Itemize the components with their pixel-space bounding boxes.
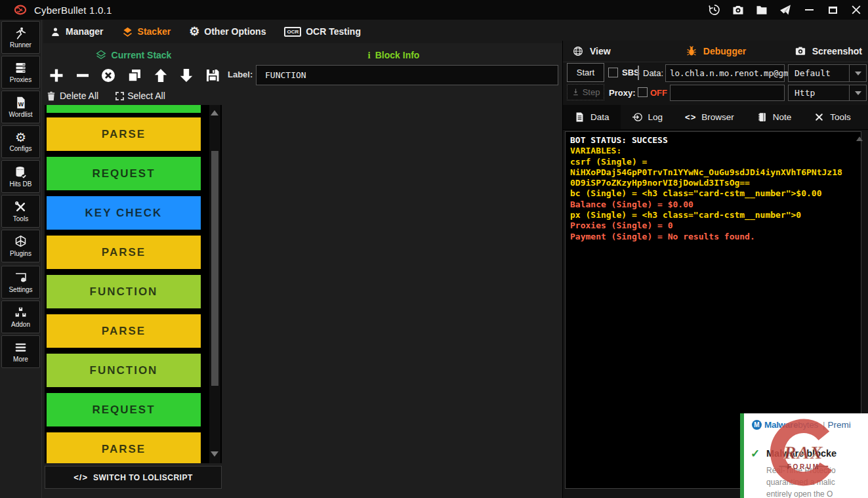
switch-to-loliscript-button[interactable]: </> SWITCH TO LOLISCRIPT bbox=[45, 466, 222, 489]
stack-block-function[interactable]: FUNCTION bbox=[47, 354, 201, 387]
sidebar-item-wordlist[interactable]: W Wordlist bbox=[1, 91, 40, 123]
nav-stacker[interactable]: Stacker bbox=[122, 26, 171, 37]
stack-scrollbar[interactable] bbox=[209, 105, 220, 463]
malwarebytes-notification[interactable]: M Malwarebytes | Premi ✓ Malware blocke … bbox=[740, 413, 868, 498]
dropdown-caret[interactable] bbox=[849, 65, 866, 81]
clone-block-icon[interactable] bbox=[127, 68, 142, 83]
move-down-icon[interactable] bbox=[178, 68, 194, 83]
runner-icon bbox=[14, 26, 28, 40]
sidebar-item-plugins[interactable]: Plugins bbox=[1, 230, 40, 262]
nav-other-options[interactable]: ⚙ Other Options bbox=[189, 26, 266, 37]
svg-text:W: W bbox=[18, 101, 24, 108]
sidebar-label: Tools bbox=[13, 215, 28, 222]
subtab-log[interactable]: Log bbox=[621, 105, 674, 129]
folder-icon[interactable] bbox=[755, 3, 768, 16]
sidebar-item-proxies[interactable]: Proxies bbox=[1, 56, 40, 89]
data-input[interactable]: lo.chla.n.mo.renot.mp@gmai bbox=[665, 64, 785, 82]
subtab-note[interactable]: Note bbox=[745, 105, 803, 129]
stack-block-parse[interactable]: PARSE bbox=[47, 432, 201, 463]
tab-view[interactable]: View bbox=[563, 41, 661, 62]
angle-brackets-icon: <> bbox=[685, 112, 696, 122]
log-line: NiHXoPDaj54GpP0TrvTn1YYwNc_OuGu9sdJDi4iy… bbox=[570, 167, 848, 178]
top-navbar: Manager Stacker ⚙ Other Options OCR OCR … bbox=[43, 20, 868, 43]
stack-block-parse[interactable]: PARSE bbox=[47, 314, 201, 348]
block-label-input[interactable]: FUNCTION bbox=[256, 65, 558, 85]
server-stack-icon bbox=[14, 61, 28, 75]
add-block-icon[interactable] bbox=[49, 68, 64, 83]
screen-gear-icon bbox=[14, 271, 28, 285]
proxy-type-value: Http bbox=[795, 88, 815, 98]
tab-debugger[interactable]: Debugger bbox=[661, 41, 770, 62]
sidebar-item-tools[interactable]: Tools bbox=[1, 195, 40, 228]
proxy-checkbox[interactable] bbox=[638, 87, 648, 97]
history-icon[interactable] bbox=[708, 3, 721, 16]
sidebar-item-runner[interactable]: Runner bbox=[1, 21, 40, 54]
stack-block-request[interactable]: REQUEST bbox=[47, 157, 201, 190]
sidebar-item-configs[interactable]: ⚙ Configs bbox=[1, 125, 40, 158]
current-stack-title: Current Stack bbox=[112, 50, 172, 60]
minimize-icon[interactable] bbox=[802, 3, 816, 16]
sbs-label: SBS bbox=[622, 68, 640, 77]
sidebar-item-addon[interactable]: Addon bbox=[1, 301, 40, 333]
log-scroll-up-arrow-icon[interactable] bbox=[856, 136, 863, 141]
select-all-button[interactable]: Select All bbox=[115, 91, 165, 101]
person-icon bbox=[50, 26, 61, 37]
sidebar-item-hits-db[interactable]: Hits DB bbox=[1, 160, 40, 193]
current-stack-header: Current Stack bbox=[43, 47, 223, 63]
nav-ocr-testing[interactable]: OCR OCR Testing bbox=[284, 26, 361, 37]
brand-bold: Malware bbox=[764, 420, 798, 430]
brand-separator: | bbox=[823, 420, 825, 430]
stack-block-keycheck[interactable]: KEY CHECK bbox=[47, 196, 201, 230]
nav-manager-label: Manager bbox=[66, 26, 104, 37]
sidebar-label: Proxies bbox=[10, 76, 31, 83]
app-logo-brain-icon bbox=[13, 4, 28, 16]
sidebar-item-settings[interactable]: Settings bbox=[1, 266, 40, 299]
step-button[interactable]: Step bbox=[567, 84, 604, 100]
save-stack-icon[interactable] bbox=[205, 68, 220, 83]
subtab-browser[interactable]: <> Browser bbox=[674, 105, 745, 129]
sidebar-item-more[interactable]: More bbox=[1, 335, 40, 368]
notification-body-line: quarantined a malic bbox=[766, 478, 835, 487]
separator bbox=[638, 66, 639, 80]
close-icon[interactable] bbox=[850, 3, 863, 16]
crossed-tools-icon bbox=[14, 200, 28, 214]
maximize-icon[interactable] bbox=[826, 3, 839, 16]
proxy-type-dropdown[interactable]: Http bbox=[788, 85, 867, 101]
move-up-icon[interactable] bbox=[153, 68, 169, 83]
stack-block-function[interactable]: FUNCTION bbox=[47, 275, 201, 308]
nav-manager[interactable]: Manager bbox=[50, 26, 104, 37]
start-button[interactable]: Start bbox=[567, 63, 604, 82]
subtab-data-label: Data bbox=[590, 112, 610, 122]
send-icon[interactable] bbox=[779, 3, 792, 16]
sbs-checkbox[interactable] bbox=[608, 68, 618, 77]
scrollbar-thumb[interactable] bbox=[211, 151, 218, 386]
stack-toolbar bbox=[49, 65, 220, 86]
scroll-down-arrow-icon[interactable] bbox=[211, 451, 218, 457]
delete-all-label: Delete All bbox=[60, 91, 98, 101]
camera-icon bbox=[795, 45, 806, 57]
subtab-tools[interactable]: Tools bbox=[802, 105, 862, 129]
stack-block-request[interactable]: REQUEST bbox=[47, 393, 201, 426]
step-down-icon bbox=[571, 88, 580, 96]
delete-all-button[interactable]: Delete All bbox=[46, 91, 98, 102]
malwarebytes-logo-icon: M bbox=[752, 420, 762, 430]
remove-block-icon[interactable] bbox=[75, 68, 91, 83]
scroll-up-arrow-icon[interactable] bbox=[211, 110, 218, 115]
dropdown-caret[interactable] bbox=[849, 85, 866, 100]
wordlist-type-dropdown[interactable]: Default bbox=[788, 64, 867, 82]
proxy-input[interactable] bbox=[670, 85, 785, 101]
nav-stacker-label: Stacker bbox=[138, 26, 171, 37]
stack-block-parse[interactable]: PARSE bbox=[47, 117, 201, 151]
cube-icon bbox=[14, 235, 28, 249]
camera-icon[interactable] bbox=[732, 3, 745, 16]
stack-block-request-partial[interactable] bbox=[47, 105, 201, 113]
subtab-data[interactable]: Data bbox=[563, 105, 621, 129]
tab-screenshot[interactable]: Screenshot bbox=[770, 41, 868, 62]
debugger-subtab-bar: Data Log <> Browser Note Tools bbox=[563, 105, 868, 130]
malwarebytes-brand: M Malwarebytes | Premi bbox=[752, 420, 851, 430]
disable-block-icon[interactable] bbox=[100, 68, 116, 83]
packages-icon bbox=[14, 306, 28, 320]
hamburger-icon bbox=[14, 341, 28, 354]
tab-view-label: View bbox=[590, 46, 611, 56]
stack-block-parse[interactable]: PARSE bbox=[47, 236, 201, 269]
